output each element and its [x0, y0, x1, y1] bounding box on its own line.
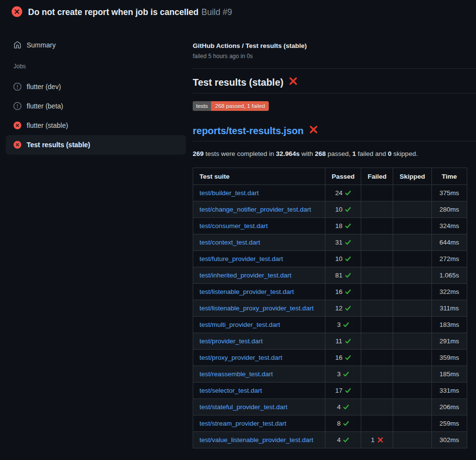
test-suite-cell: test/value_listenable_provider_test.dart [193, 432, 325, 448]
summary-text: passed, [326, 150, 353, 157]
check-run-header: Do not create report when job is cancell… [0, 0, 476, 24]
build-number: Build #9 [201, 7, 232, 17]
test-suite-link[interactable]: test/listenable_proxy_provider_test.dart [200, 305, 314, 312]
test-suite-link[interactable]: test/value_listenable_provider_test.dart [200, 436, 313, 444]
time-cell: 302ms [431, 432, 467, 448]
count: 4 [337, 403, 341, 411]
test-suite-link[interactable]: test/inherited_provider_test.dart [200, 272, 292, 279]
failed-cell [361, 415, 393, 432]
column-header-failed: Failed [361, 168, 393, 185]
table-row: test/stream_provider_test.dart8259ms [193, 415, 467, 432]
job-label: flutter (stable) [27, 122, 68, 129]
count: 81 [335, 272, 342, 279]
test-suite-cell: test/proxy_provider_test.dart [193, 350, 325, 366]
time-cell: 280ms [431, 201, 467, 218]
passed-cell: 17 [325, 383, 361, 399]
table-row: test/proxy_provider_test.dart16359ms [193, 350, 467, 366]
skipped-cell [393, 284, 432, 300]
skipped-cell [393, 383, 432, 399]
count: 1 [371, 436, 375, 444]
jobs-section-label: Jobs [6, 63, 186, 70]
test-suite-link[interactable]: test/proxy_provider_test.dart [200, 354, 282, 361]
divider [193, 68, 476, 69]
passed-cell: 3 [325, 366, 361, 383]
test-suite-link[interactable]: test/change_notifier_provider_test.dart [200, 206, 311, 213]
failed-cell [361, 185, 393, 201]
check-icon [345, 354, 351, 361]
summary-number: 32.964s [276, 150, 300, 157]
skipped-cell [393, 234, 432, 251]
test-suite-link[interactable]: test/stateful_provider_test.dart [200, 403, 288, 411]
failed-cell [361, 251, 393, 267]
time-cell: 331ms [431, 383, 467, 399]
test-suite-link[interactable]: test/provider_test.dart [200, 337, 263, 345]
test-suite-cell: test/listenable_provider_test.dart [193, 284, 325, 300]
test-suite-link[interactable]: test/multi_provider_test.dart [200, 321, 280, 328]
summary-number: 1 [353, 150, 356, 157]
table-row: test/listenable_provider_test.dart16322m… [193, 284, 467, 300]
count: 16 [335, 354, 342, 361]
column-header-test-suite: Test suite [193, 168, 325, 185]
time-cell: 375ms [431, 185, 467, 201]
badge-value: 268 passed, 1 failed [211, 101, 269, 111]
count: 4 [337, 436, 341, 444]
passed-cell: 4 [325, 432, 361, 448]
test-suite-link[interactable]: test/context_test.dart [200, 239, 260, 246]
time-cell: 272ms [431, 251, 467, 267]
test-suite-link[interactable]: test/listenable_provider_test.dart [200, 288, 294, 295]
main-content: GitHub Actions / Test results (stable) f… [193, 24, 476, 448]
failed-cell [361, 399, 393, 415]
count: 10 [335, 206, 342, 213]
time-cell: 206ms [431, 399, 467, 415]
count: 18 [335, 222, 342, 230]
check-icon [343, 404, 349, 410]
skipped-cell [393, 432, 432, 448]
count: 8 [337, 420, 341, 427]
time-cell: 322ms [431, 284, 467, 300]
sidebar-item-test-results-stable[interactable]: Test results (stable) [6, 135, 186, 154]
section-title: Test results (stable) [193, 77, 476, 93]
test-suite-link[interactable]: test/reassemble_test.dart [200, 370, 273, 378]
check-icon [343, 420, 349, 427]
passed-cell: 11 [325, 333, 361, 350]
failed-cell: 1 [361, 432, 393, 448]
count: 3 [337, 370, 341, 378]
sidebar-item-flutter-dev[interactable]: flutter (dev) [6, 77, 186, 96]
test-suite-cell: test/multi_provider_test.dart [193, 317, 325, 333]
x-circle-icon [14, 122, 21, 129]
passed-cell: 3 [325, 317, 361, 333]
x-circle-icon [14, 141, 21, 149]
table-header-row: Test suitePassedFailedSkippedTime [193, 168, 467, 185]
check-icon [345, 239, 351, 245]
time-cell: 259ms [431, 415, 467, 432]
failed-cell [361, 350, 393, 366]
test-suite-link[interactable]: test/future_provider_test.dart [200, 255, 283, 262]
passed-cell: 4 [325, 399, 361, 415]
report-file-link[interactable]: reports/test-results.json [193, 125, 304, 137]
skipped-cell [393, 267, 432, 284]
check-icon [345, 206, 351, 213]
time-cell: 183ms [431, 317, 467, 333]
sidebar-item-flutter-beta[interactable]: flutter (beta) [6, 96, 186, 116]
test-suite-link[interactable]: test/consumer_test.dart [200, 222, 268, 230]
skipped-cell [393, 201, 432, 218]
table-row: test/stateful_provider_test.dart4206ms [193, 399, 467, 415]
time-cell: 1.065s [431, 267, 467, 284]
count: 3 [337, 321, 341, 328]
test-suite-link[interactable]: test/stream_provider_test.dart [200, 420, 286, 427]
failed-cell [361, 300, 393, 317]
sidebar-item-summary[interactable]: Summary [6, 35, 186, 55]
sidebar-summary-label: Summary [27, 41, 56, 49]
check-icon [345, 190, 351, 196]
passed-cell: 12 [325, 300, 361, 317]
test-suite-link[interactable]: test/selector_test.dart [200, 387, 262, 394]
failed-x-icon [309, 125, 318, 137]
sidebar-item-flutter-stable[interactable]: flutter (stable) [6, 116, 186, 135]
table-row: test/change_notifier_provider_test.dart1… [193, 201, 467, 218]
table-row: test/context_test.dart31644ms [193, 234, 467, 251]
skipped-cell [393, 415, 432, 432]
page-title: Do not create report when job is cancell… [28, 7, 232, 17]
test-suite-link[interactable]: test/builder_test.dart [200, 189, 259, 197]
test-suite-cell: test/inherited_provider_test.dart [193, 267, 325, 284]
passed-cell: 31 [325, 234, 361, 251]
